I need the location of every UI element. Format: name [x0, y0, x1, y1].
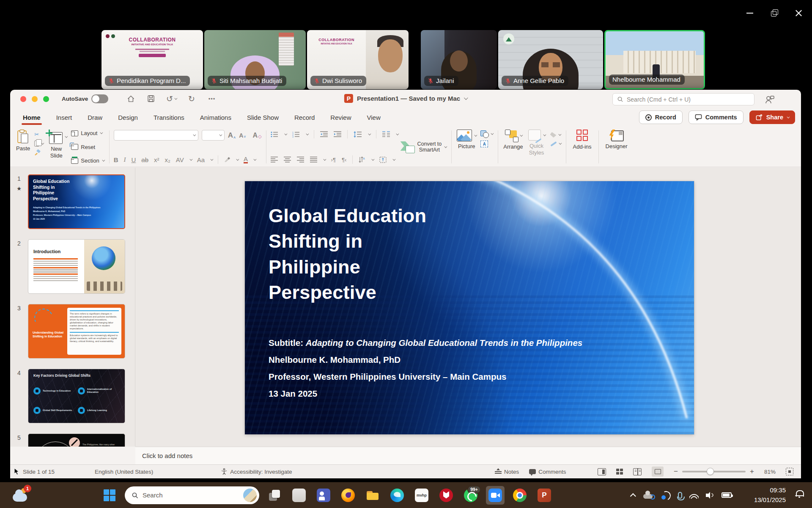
taskbar-app-mvhp[interactable]: mvhp: [412, 486, 431, 505]
justify-icon[interactable]: [310, 157, 317, 163]
tab-animations[interactable]: Animations: [200, 114, 231, 121]
taskbar-app-powerpoint[interactable]: P: [535, 486, 554, 505]
addins-button[interactable]: Add-ins: [570, 129, 595, 165]
ltr-paragraph-icon[interactable]: ›¶: [331, 157, 336, 163]
share-button[interactable]: Share: [749, 110, 795, 124]
participant-tile[interactable]: Siti Mahsanah Budijati: [204, 30, 306, 89]
slide-thumbnail-5[interactable]: Impact on Philippine Education The Phili…: [28, 433, 125, 447]
tab-review[interactable]: Review: [330, 114, 351, 121]
format-painter-button[interactable]: [34, 149, 43, 155]
restore-icon[interactable]: [771, 9, 778, 17]
font-size-select[interactable]: [202, 130, 225, 141]
taskbar-clock[interactable]: 09:35 13/01/2025: [754, 486, 786, 505]
shape-outline-icon[interactable]: [550, 141, 557, 146]
align-right-icon[interactable]: [297, 157, 304, 163]
slide-thumbnail-3[interactable]: Understanding Global Shifting in Educati…: [28, 304, 125, 359]
slide-subtitle-block[interactable]: Subtitle: Adapting to Changing Global Ed…: [269, 334, 582, 402]
character-spacing-button[interactable]: AV: [176, 156, 184, 163]
fit-slide-to-window-icon[interactable]: [786, 468, 793, 475]
font-name-select[interactable]: [114, 130, 198, 141]
taskbar-app-zoom[interactable]: [486, 486, 505, 505]
taskbar-app-firefox[interactable]: [339, 486, 357, 505]
wifi-icon[interactable]: [689, 492, 699, 499]
zoom-out-icon[interactable]: −: [674, 467, 678, 476]
new-slide-button[interactable]: New Slide: [43, 129, 69, 165]
align-center-icon[interactable]: [284, 157, 291, 163]
participant-tile[interactable]: COLLABORATION INITIATIVE AND EDUCATION T…: [307, 30, 409, 89]
italic-button[interactable]: I: [123, 156, 126, 163]
slide-title[interactable]: Global Education Shifting in Philippine …: [269, 203, 426, 305]
taskbar-app-chrome[interactable]: [510, 486, 529, 505]
save-icon[interactable]: [145, 93, 156, 104]
task-view-button[interactable]: [265, 486, 284, 505]
superscript-button[interactable]: x²: [154, 156, 159, 163]
numbered-list-icon[interactable]: 123: [292, 131, 300, 138]
mac-zoom-button[interactable]: [43, 96, 49, 102]
strikethrough-button[interactable]: ab: [141, 156, 148, 163]
font-color-button[interactable]: A: [244, 156, 248, 163]
tab-draw[interactable]: Draw: [88, 114, 102, 121]
battery-icon[interactable]: [721, 492, 732, 498]
shapes-icon[interactable]: [480, 130, 489, 137]
zoom-slider[interactable]: [682, 471, 746, 472]
tab-design[interactable]: Design: [118, 114, 138, 121]
language-status[interactable]: English (United States): [95, 469, 153, 475]
tab-record[interactable]: Record: [294, 114, 315, 121]
designer-button[interactable]: Designer: [602, 129, 631, 165]
hidden-icons-chevron[interactable]: [630, 493, 636, 499]
reset-button[interactable]: Reset: [71, 144, 104, 150]
taskbar-app-whatsapp[interactable]: 99+: [461, 486, 480, 505]
arrange-button[interactable]: Arrange: [503, 130, 523, 164]
layout-button[interactable]: Layout: [71, 130, 104, 136]
presenter-coach-icon[interactable]: [765, 95, 775, 104]
rtl-paragraph-icon[interactable]: ¶‹: [342, 157, 346, 163]
cut-button[interactable]: ✂: [34, 131, 43, 138]
taskbar-search[interactable]: [125, 486, 259, 504]
participant-tile-active-speaker[interactable]: Nhelbourne Mohammad: [604, 30, 705, 89]
picture-button[interactable]: Picture: [457, 130, 476, 164]
decrease-indent-icon[interactable]: [320, 131, 328, 137]
participant-tile[interactable]: Anne Gellie Pablo: [498, 30, 603, 89]
zoom-slider-knob[interactable]: [707, 468, 714, 475]
section-button[interactable]: Section: [71, 157, 104, 164]
slide-thumbnail-1[interactable]: Global Education Shifting in Philippine …: [28, 174, 125, 229]
taskbar-app-file-explorer[interactable]: [363, 486, 382, 505]
taskbar-app-display[interactable]: [290, 486, 308, 505]
zoom-percent[interactable]: 81%: [764, 469, 776, 475]
tab-transitions[interactable]: Transitions: [154, 114, 184, 121]
sync-icon[interactable]: [661, 491, 671, 500]
notes-toggle[interactable]: Notes: [495, 469, 519, 475]
undo-icon[interactable]: ↺: [166, 93, 177, 104]
tab-view[interactable]: View: [367, 114, 381, 121]
record-button[interactable]: Record: [639, 110, 683, 124]
taskbar-app-mcafee[interactable]: [437, 486, 455, 505]
slide-thumbnail-2[interactable]: Introduction: [28, 239, 125, 294]
underline-button[interactable]: U: [131, 156, 136, 163]
redo-icon[interactable]: ↻: [186, 93, 197, 104]
tab-insert[interactable]: Insert: [56, 114, 72, 121]
text-direction-icon[interactable]: A: [359, 157, 365, 163]
highlight-pen-icon[interactable]: [224, 157, 230, 163]
text-box-icon[interactable]: A: [480, 141, 488, 147]
clear-formatting-button[interactable]: A◇: [253, 132, 262, 139]
bold-button[interactable]: B: [114, 156, 118, 163]
align-left-icon[interactable]: [271, 157, 278, 163]
autosave-toggle[interactable]: [91, 94, 108, 103]
reading-view-icon[interactable]: [633, 468, 642, 475]
document-title[interactable]: P Presentation1 — Saved to my Mac: [344, 94, 467, 103]
increase-indent-icon[interactable]: [334, 131, 341, 137]
mac-minimize-button[interactable]: [32, 96, 38, 102]
accessibility-status[interactable]: Accessibility: Investigate: [221, 468, 292, 475]
bullet-list-icon[interactable]: [271, 131, 278, 138]
start-button[interactable]: [100, 486, 119, 505]
change-case-button[interactable]: Aa: [197, 156, 205, 163]
participant-tile[interactable]: COLLABORATION INITIATIVE AND EDUCATION T…: [102, 30, 203, 89]
tab-slide-show[interactable]: Slide Show: [247, 114, 279, 121]
weather-widget[interactable]: 1: [13, 487, 30, 502]
notification-bell-icon[interactable]: [795, 490, 804, 498]
shrink-font-button[interactable]: A˅: [239, 132, 246, 139]
columns-icon[interactable]: [382, 131, 390, 137]
subscript-button[interactable]: x₂: [165, 156, 170, 163]
copy-button[interactable]: [34, 141, 43, 146]
participant-tile[interactable]: Jailani: [421, 30, 497, 89]
